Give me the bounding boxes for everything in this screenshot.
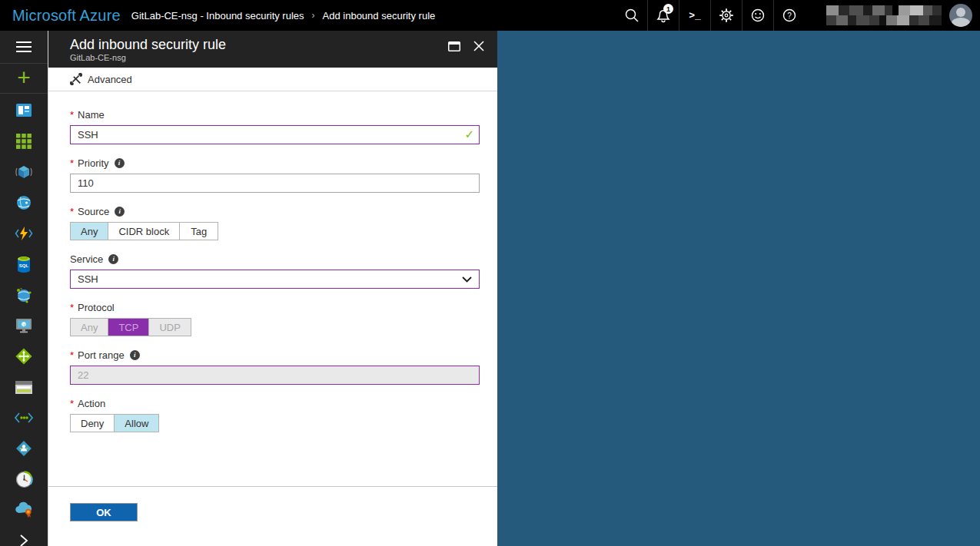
sidebar-item-app-services[interactable] <box>0 187 48 218</box>
priority-label: Priority <box>78 157 108 169</box>
source-info-icon[interactable]: i <box>115 207 125 217</box>
user-identity-redacted[interactable] <box>826 5 942 25</box>
cloud-shell-icon: >_ <box>689 10 701 22</box>
ok-button[interactable]: OK <box>70 503 138 521</box>
function-apps-icon <box>15 225 33 242</box>
svg-text:SQL: SQL <box>19 263 29 268</box>
sidebar-expand-button[interactable] <box>0 525 48 546</box>
name-input[interactable] <box>70 125 480 144</box>
dashboard-icon <box>15 103 32 118</box>
sidebar-item-azure-active-directory[interactable] <box>0 433 48 464</box>
cloud-shell-button[interactable]: >_ <box>679 0 710 31</box>
service-info-icon[interactable]: i <box>108 254 118 264</box>
chevron-down-icon <box>462 276 472 283</box>
hamburger-menu-button[interactable] <box>0 31 48 64</box>
panel-toolbar: Advanced <box>48 68 497 91</box>
action-field-group: * Action Deny Allow <box>70 396 478 432</box>
dashboard-backdrop <box>497 31 980 546</box>
sidebar-item-function-apps[interactable] <box>0 218 48 249</box>
port-range-label: Port range <box>78 349 125 361</box>
source-toggle-group: Any CIDR block Tag <box>70 222 478 240</box>
help-icon: ? <box>781 7 798 24</box>
source-option-cidr-block[interactable]: CIDR block <box>108 222 180 240</box>
source-field-group: * Source i Any CIDR block Tag <box>70 204 478 240</box>
monitor-icon <box>15 471 33 488</box>
service-select[interactable]: SSH <box>70 270 480 289</box>
help-button[interactable]: ? <box>773 0 805 31</box>
top-bar: Microsoft Azure GitLab-CE-nsg - Inbound … <box>0 0 980 31</box>
protocol-option-any: Any <box>70 318 108 336</box>
priority-info-icon[interactable]: i <box>115 158 125 168</box>
breadcrumb-current[interactable]: Add inbound security rule <box>323 10 436 22</box>
advanced-button[interactable]: Advanced <box>70 73 132 85</box>
close-icon <box>473 41 484 51</box>
sidebar-item-advisor[interactable] <box>0 495 48 525</box>
avatar-person-icon <box>956 8 965 17</box>
sidebar-item-virtual-networks[interactable] <box>0 402 48 433</box>
protocol-field-group: * Protocol Any TCP UDP <box>70 300 478 336</box>
port-range-field-group: * Port range i <box>70 348 478 385</box>
close-button[interactable] <box>470 37 488 55</box>
panel-title: Add inbound security rule <box>70 36 487 53</box>
service-label: Service <box>70 253 103 265</box>
sidebar-item-load-balancers[interactable] <box>0 341 48 372</box>
sidebar-item-virtual-machines[interactable] <box>0 310 48 341</box>
port-range-input <box>70 366 480 385</box>
add-inbound-rule-panel: Add inbound security rule GitLab-CE-nsg <box>48 31 497 546</box>
sidebar-item-sql-databases[interactable]: SQL <box>0 249 48 280</box>
panel-header: Add inbound security rule GitLab-CE-nsg <box>48 31 497 68</box>
advisor-icon <box>15 501 34 518</box>
action-option-allow[interactable]: Allow <box>115 414 159 432</box>
protocol-option-tcp: TCP <box>108 318 149 336</box>
rule-form: * Name ✓ * Priority i * Source i <box>48 91 497 486</box>
port-range-info-icon[interactable]: i <box>130 350 140 360</box>
protocol-toggle-group: Any TCP UDP <box>70 318 478 336</box>
priority-input[interactable] <box>70 174 480 193</box>
panel-footer: OK <box>48 486 497 546</box>
required-asterisk: * <box>70 349 74 361</box>
sidebar-item-all-services[interactable] <box>0 126 48 157</box>
valid-check-icon: ✓ <box>464 127 474 141</box>
notifications-button[interactable]: 1 <box>647 0 679 31</box>
feedback-button[interactable] <box>742 0 773 31</box>
action-label: Action <box>78 398 105 409</box>
user-avatar[interactable] <box>949 4 972 27</box>
breadcrumb: GitLab-CE-nsg - Inbound security rules ›… <box>131 10 435 22</box>
azure-active-directory-icon <box>15 439 33 458</box>
virtual-networks-icon <box>14 412 34 424</box>
breadcrumb-separator-icon: › <box>312 10 315 21</box>
maximize-icon <box>448 41 460 51</box>
search-button[interactable] <box>616 0 647 31</box>
sidebar-item-resources[interactable] <box>0 157 48 187</box>
sql-databases-icon: SQL <box>16 256 32 273</box>
required-asterisk: * <box>70 206 74 217</box>
notification-badge: 1 <box>663 4 673 14</box>
sidebar-item-storage-accounts[interactable] <box>0 372 48 402</box>
resource-cube-icon <box>15 163 33 181</box>
required-asterisk: * <box>70 302 74 313</box>
protocol-label: Protocol <box>78 302 115 313</box>
search-icon <box>623 7 640 24</box>
breadcrumb-parent[interactable]: GitLab-CE-nsg - Inbound security rules <box>131 10 304 22</box>
new-plus-icon: + <box>17 66 31 89</box>
all-services-grid-icon <box>16 134 32 149</box>
settings-gear-icon <box>718 7 735 24</box>
source-option-tag[interactable]: Tag <box>180 222 218 240</box>
priority-field-group: * Priority i <box>70 156 478 193</box>
name-label: Name <box>78 109 105 121</box>
azure-brand-logo[interactable]: Microsoft Azure <box>0 7 131 25</box>
action-option-deny[interactable]: Deny <box>70 414 115 432</box>
name-field-group: * Name ✓ <box>70 108 478 144</box>
sidebar-item-monitor[interactable] <box>0 464 48 495</box>
panel-subtitle: GitLab-CE-nsg <box>70 53 487 63</box>
cosmos-db-icon <box>15 286 33 304</box>
settings-button[interactable] <box>710 0 742 31</box>
tools-wrench-icon <box>70 73 82 85</box>
sidebar-item-cosmos-db[interactable] <box>0 280 48 310</box>
maximize-button[interactable] <box>445 37 463 55</box>
storage-accounts-icon <box>15 380 33 395</box>
source-option-any[interactable]: Any <box>70 222 108 240</box>
sidebar-item-dashboard[interactable] <box>0 95 48 126</box>
sidebar-item-new[interactable]: + <box>0 64 48 94</box>
hamburger-menu-icon <box>15 41 32 53</box>
